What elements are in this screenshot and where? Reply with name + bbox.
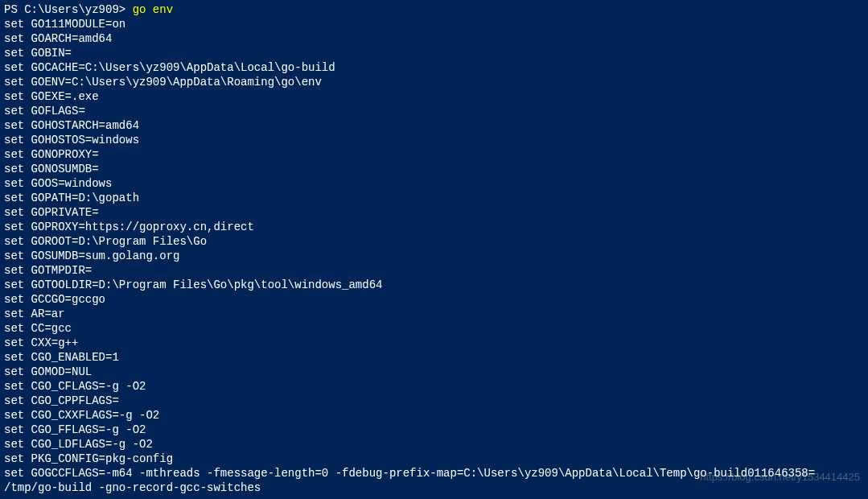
output-line: set GOHOSTOS=windows bbox=[4, 133, 864, 147]
output-line: set CGO_FFLAGS=-g -O2 bbox=[4, 423, 864, 437]
output-line: set CGO_CXXFLAGS=-g -O2 bbox=[4, 408, 864, 423]
output-line: set GOENV=C:\Users\yz909\AppData\Roaming… bbox=[4, 75, 864, 89]
output-line: set GOARCH=amd64 bbox=[4, 31, 864, 46]
prompt-line[interactable]: PS C:\Users\yz909> go env bbox=[4, 2, 864, 17]
output-line: set GOROOT=D:\Program Files\Go bbox=[4, 234, 864, 249]
output-line: set GOTOOLDIR=D:\Program Files\Go\pkg\to… bbox=[4, 278, 864, 292]
output-line: set CC=gcc bbox=[4, 321, 864, 336]
output-line: set CGO_ENABLED=1 bbox=[4, 350, 864, 365]
output-line: set GOPROXY=https://goproxy.cn,direct bbox=[4, 220, 864, 234]
output-line: set CGO_CFLAGS=-g -O2 bbox=[4, 379, 864, 394]
command-text: go env bbox=[133, 3, 173, 16]
output-line: set AR=ar bbox=[4, 307, 864, 321]
output-line: set CGO_CPPFLAGS= bbox=[4, 394, 864, 408]
output-line: set GOPATH=D:\gopath bbox=[4, 191, 864, 205]
prompt-path: PS C:\Users\yz909> bbox=[4, 3, 133, 16]
output-line: set GOBIN= bbox=[4, 46, 864, 60]
output-line: set GOGCCFLAGS=-m64 -mthreads -fmessage-… bbox=[4, 466, 864, 480]
output-line: set CXX=g++ bbox=[4, 336, 864, 350]
output-line: /tmp/go-build -gno-record-gcc-switches bbox=[4, 480, 864, 495]
output-line: set GOSUMDB=sum.golang.org bbox=[4, 249, 864, 263]
output-line: set GO111MODULE=on bbox=[4, 17, 864, 31]
output-line: set GOPRIVATE= bbox=[4, 205, 864, 220]
output-line: set GOTMPDIR= bbox=[4, 263, 864, 278]
output-line: set GOFLAGS= bbox=[4, 104, 864, 118]
output-line: set GOCACHE=C:\Users\yz909\AppData\Local… bbox=[4, 60, 864, 75]
output-line: set GOEXE=.exe bbox=[4, 89, 864, 104]
output-line: set GONOPROXY= bbox=[4, 147, 864, 162]
output-line: set PKG_CONFIG=pkg-config bbox=[4, 452, 864, 466]
output-line: set GCCGO=gccgo bbox=[4, 292, 864, 307]
output-line: set GOMOD=NUL bbox=[4, 365, 864, 379]
output-line: set CGO_LDFLAGS=-g -O2 bbox=[4, 437, 864, 452]
terminal-output: set GO111MODULE=onset GOARCH=amd64set GO… bbox=[4, 17, 864, 495]
output-line: set GOOS=windows bbox=[4, 176, 864, 191]
output-line: set GOHOSTARCH=amd64 bbox=[4, 118, 864, 133]
output-line: set GONOSUMDB= bbox=[4, 162, 864, 176]
